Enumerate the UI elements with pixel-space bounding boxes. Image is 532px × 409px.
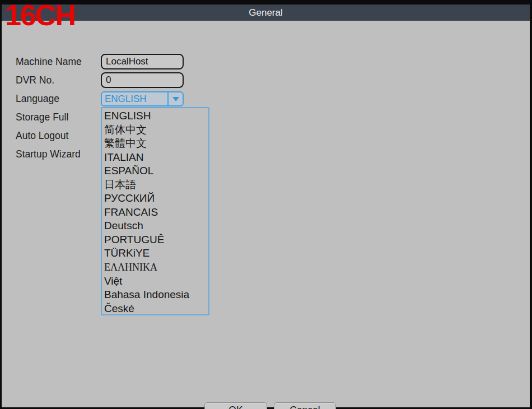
language-option-english[interactable]: ENGLISH bbox=[104, 109, 208, 123]
title-bar: General bbox=[2, 4, 530, 21]
general-settings-panel: Machine Name DVR No. Language Storage Fu… bbox=[2, 21, 530, 407]
language-option-viet[interactable]: Việt bbox=[104, 275, 208, 289]
storage-full-label: Storage Full bbox=[16, 111, 68, 123]
dvr-no-input[interactable] bbox=[101, 72, 184, 88]
language-option-portugues[interactable]: PORTUGUÊ bbox=[104, 233, 208, 247]
language-option-ceske[interactable]: České bbox=[104, 302, 208, 315]
language-option-zh-hant[interactable]: 繁體中文 bbox=[104, 137, 208, 151]
channel-count-watermark: 16CH bbox=[5, 1, 75, 30]
language-option-francais[interactable]: FRANCAIS bbox=[104, 206, 208, 220]
chevron-down-icon bbox=[172, 97, 179, 101]
window-frame: General Machine Name DVR No. Language St… bbox=[0, 0, 532, 409]
ok-button[interactable]: OK bbox=[204, 402, 267, 409]
language-select[interactable]: ENGLISH bbox=[101, 91, 184, 106]
machine-name-input[interactable] bbox=[101, 54, 184, 69]
language-dropdown-list: ENGLISH 简体中文 繁體中文 ITALIAN ESPAÑOL 日本語 РУ… bbox=[101, 107, 209, 315]
language-option-bahasa[interactable]: Bahasa Indonesia bbox=[104, 288, 208, 302]
language-option-japanese[interactable]: 日本語 bbox=[104, 178, 208, 192]
language-option-italian[interactable]: ITALIAN bbox=[104, 151, 208, 165]
language-label: Language bbox=[16, 92, 59, 105]
page-title: General bbox=[249, 7, 282, 18]
cancel-button[interactable]: Cancel bbox=[274, 402, 336, 409]
startup-wizard-label: Startup Wizard bbox=[16, 148, 81, 160]
language-option-turkiye[interactable]: TÜRKiYE bbox=[104, 247, 208, 261]
dvr-no-label: DVR No. bbox=[16, 74, 54, 86]
language-option-greek[interactable]: ΕΛΛΗΝΙΚΑ bbox=[104, 261, 208, 275]
language-option-zh-hans[interactable]: 简体中文 bbox=[104, 123, 208, 137]
language-option-espanol[interactable]: ESPAÑOL bbox=[104, 164, 208, 178]
machine-name-label: Machine Name bbox=[16, 55, 82, 68]
language-dropdown-button[interactable] bbox=[167, 92, 183, 105]
language-option-deutsch[interactable]: Deutsch bbox=[104, 219, 208, 233]
auto-logout-label: Auto Logout bbox=[16, 129, 68, 142]
language-selected-value: ENGLISH bbox=[105, 93, 147, 105]
language-option-russian[interactable]: РУССКИЙ bbox=[104, 192, 208, 206]
